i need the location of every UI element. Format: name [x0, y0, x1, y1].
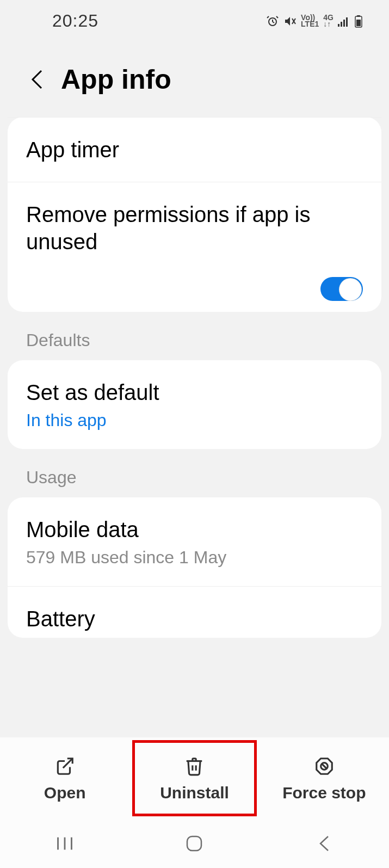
- row-remove-permissions[interactable]: Remove permissions if app is unused: [8, 182, 381, 261]
- mobile-data-sub: 579 MB used since 1 May: [26, 547, 363, 568]
- row-app-timer[interactable]: App timer: [8, 117, 381, 182]
- page-header: App info: [0, 42, 389, 117]
- battery-label: Battery: [26, 605, 363, 632]
- svg-line-14: [63, 759, 72, 768]
- card-usage: Mobile data 579 MB used since 1 May Batt…: [8, 497, 381, 638]
- clock-time: 20:25: [52, 11, 98, 31]
- remove-permissions-label: Remove permissions if app is unused: [26, 201, 363, 255]
- svg-rect-8: [341, 22, 342, 27]
- svg-line-4: [276, 16, 278, 18]
- home-button[interactable]: [178, 833, 211, 854]
- recents-button[interactable]: [48, 833, 81, 854]
- vibrate-muted-icon: [283, 15, 297, 28]
- svg-line-3: [267, 16, 269, 18]
- status-bar: 20:25 Vo)) LTE1 4G ↓↑: [0, 0, 389, 42]
- app-timer-label: App timer: [26, 136, 363, 163]
- status-icons: Vo)) LTE1 4G ↓↑: [266, 15, 363, 28]
- svg-rect-7: [338, 24, 339, 27]
- row-battery[interactable]: Battery: [8, 586, 381, 638]
- svg-line-19: [322, 764, 326, 769]
- section-defaults-label: Defaults: [0, 312, 389, 360]
- battery-icon: [354, 15, 363, 28]
- bottom-action-bar: Open Uninstall Force stop: [0, 737, 389, 819]
- nav-back-button[interactable]: [308, 833, 341, 854]
- mobile-data-label: Mobile data: [26, 516, 363, 543]
- volte-bot: LTE1: [301, 21, 319, 27]
- row-mobile-data[interactable]: Mobile data 579 MB used since 1 May: [8, 497, 381, 586]
- volte-indicator: Vo)) LTE1: [301, 15, 319, 27]
- trash-icon: [182, 754, 206, 778]
- set-as-default-label: Set as default: [26, 379, 363, 406]
- open-icon: [53, 754, 77, 778]
- open-button[interactable]: Open: [0, 737, 129, 819]
- svg-rect-13: [356, 20, 361, 26]
- uninstall-label: Uninstall: [160, 784, 229, 802]
- svg-rect-23: [187, 836, 201, 851]
- svg-rect-9: [343, 20, 345, 27]
- page-title: App info: [61, 64, 171, 95]
- card-usage-controls: App timer Remove permissions if app is u…: [8, 117, 381, 312]
- set-as-default-sub: In this app: [26, 410, 363, 430]
- remove-permissions-toggle[interactable]: [320, 277, 363, 301]
- svg-line-2: [273, 22, 274, 23]
- forbid-icon: [312, 754, 336, 778]
- open-label: Open: [44, 784, 86, 802]
- row-set-as-default[interactable]: Set as default In this app: [8, 360, 381, 449]
- force-stop-button[interactable]: Force stop: [260, 737, 389, 819]
- remove-permissions-toggle-wrap: [8, 261, 381, 312]
- uninstall-button[interactable]: Uninstall: [129, 737, 259, 819]
- network-indicator: 4G ↓↑: [323, 15, 334, 27]
- svg-rect-12: [357, 15, 360, 17]
- system-nav-bar: [0, 819, 389, 868]
- svg-rect-10: [346, 17, 348, 27]
- signal-icon: [338, 16, 350, 27]
- card-defaults: Set as default In this app: [8, 360, 381, 449]
- force-stop-label: Force stop: [282, 784, 366, 802]
- back-button[interactable]: [26, 69, 48, 90]
- data-arrows-icon: ↓↑: [323, 21, 334, 27]
- alarm-icon: [266, 15, 279, 28]
- section-usage-label: Usage: [0, 449, 389, 497]
